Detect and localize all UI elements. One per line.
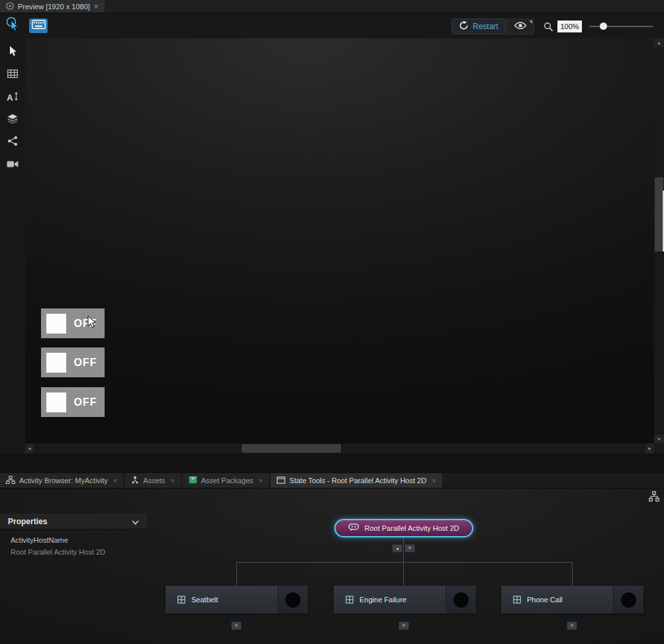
- tab-assets[interactable]: Assets ×: [125, 473, 180, 488]
- activity-icon: [346, 596, 354, 604]
- grid-icon: [7, 69, 18, 81]
- hierarchy-icon: [649, 491, 659, 504]
- toggle-indicator: [46, 353, 66, 373]
- eye-icon: [514, 21, 527, 32]
- activity-node-engine-failure[interactable]: Engine Failure: [334, 586, 476, 614]
- zoom-slider-track: [589, 26, 653, 27]
- toggle-label: OFF: [66, 357, 105, 369]
- speech-bubble-icon: [348, 522, 359, 534]
- add-child-button[interactable]: +: [404, 544, 415, 553]
- zoom-level-field[interactable]: 100%: [557, 21, 582, 32]
- close-icon[interactable]: ×: [94, 3, 99, 11]
- connector-line: [236, 562, 237, 586]
- activity-node-phone-call[interactable]: Phone Call: [501, 586, 643, 614]
- dropdown-corner-icon[interactable]: [529, 21, 532, 24]
- tab-preview[interactable]: Preview [1920 x 1080] ×: [0, 0, 105, 13]
- scroll-left-button[interactable]: ◄: [25, 443, 34, 453]
- zoom-icon: [543, 21, 553, 32]
- node-state-section: [277, 586, 308, 614]
- scroll-up-button[interactable]: ▲: [654, 38, 664, 47]
- scrollbar-corner: [654, 443, 664, 453]
- layers-tool-button[interactable]: [0, 111, 25, 128]
- node-state-section: [613, 586, 643, 614]
- text-tool-button[interactable]: A: [0, 89, 25, 106]
- toggle-indicator: [46, 314, 66, 334]
- close-icon[interactable]: ×: [432, 477, 436, 484]
- grid-tool-button[interactable]: [0, 66, 25, 83]
- scroll-right-button[interactable]: ►: [645, 443, 654, 453]
- add-state-button[interactable]: +: [567, 621, 577, 630]
- kanzi-studio-preview: Preview [1920 x 1080] ×: [0, 0, 664, 644]
- restart-icon: [459, 21, 469, 33]
- close-icon[interactable]: ×: [170, 477, 174, 484]
- preview-viewport[interactable]: OFF OFF OFF: [25, 38, 654, 443]
- state-indicator[interactable]: [621, 592, 636, 608]
- select-tool-button[interactable]: [0, 44, 25, 61]
- tab-label: Asset Packages: [201, 477, 254, 484]
- connector-line: [403, 562, 404, 586]
- state-tools-icon: [277, 477, 285, 485]
- tab-activity-browser[interactable]: Activity Browser: MyActivity ×: [0, 473, 123, 488]
- activity-icon: [177, 596, 185, 604]
- connector-line: [572, 562, 573, 586]
- preview-tab-bar: Preview [1920 x 1080] ×: [0, 0, 664, 13]
- tab-label: State Tools - Root Parallel Activity Hos…: [289, 477, 426, 484]
- close-icon[interactable]: ×: [259, 477, 263, 484]
- toggle-button-2[interactable]: OFF: [41, 347, 105, 377]
- tool-sidebar: A: [0, 38, 25, 453]
- camera-icon: [7, 159, 19, 171]
- asset-packages-icon: [189, 476, 197, 485]
- state-indicator[interactable]: [453, 592, 469, 608]
- connector-line: [403, 537, 404, 562]
- activity-node-label: Phone Call: [527, 596, 563, 604]
- state-indicator[interactable]: [285, 592, 301, 608]
- tab-state-tools[interactable]: State Tools - Root Parallel Activity Hos…: [271, 473, 442, 488]
- properties-header[interactable]: Properties: [0, 514, 147, 529]
- state-tools-panel: Properties ActivityHostName Root Paralle…: [0, 488, 664, 644]
- toggle-button-3[interactable]: OFF: [41, 387, 105, 417]
- zoom-slider[interactable]: [589, 19, 653, 34]
- root-activity-node[interactable]: Root Parallel Activity Host 2D: [334, 519, 473, 537]
- activity-node-seatbelt[interactable]: Seatbelt: [166, 586, 308, 614]
- interact-mode-button[interactable]: [3, 16, 22, 36]
- horizontal-scrollbar[interactable]: ◄ ►: [25, 443, 654, 453]
- virtual-keyboard-button[interactable]: [29, 19, 48, 33]
- activity-icon: [513, 596, 521, 604]
- assets-icon: [131, 476, 139, 485]
- add-state-button[interactable]: +: [231, 621, 242, 630]
- cursor-icon: [9, 46, 17, 60]
- collapse-button[interactable]: ◄: [392, 544, 403, 553]
- add-state-button[interactable]: +: [399, 621, 409, 630]
- activity-browser-icon: [6, 476, 15, 485]
- panel-tab-bar: Activity Browser: MyActivity × Assets ×: [0, 473, 664, 488]
- tab-asset-packages[interactable]: Asset Packages ×: [183, 473, 269, 488]
- pointer-circle-icon: [5, 16, 21, 36]
- vertical-scrollbar[interactable]: ▲ ▼: [654, 38, 664, 443]
- restart-button[interactable]: Restart: [451, 19, 506, 34]
- property-name: ActivityHostName: [11, 536, 68, 544]
- restart-label: Restart: [473, 22, 498, 31]
- panel-divider: [0, 453, 664, 473]
- toggle-label: OFF: [66, 318, 105, 330]
- chevron-down-icon[interactable]: [132, 516, 139, 528]
- flow-tool-button[interactable]: [0, 134, 25, 151]
- preview-tab-title: Preview [1920 x 1080]: [18, 3, 90, 11]
- text-arrow-icon: [14, 91, 19, 103]
- preview-toolbar: Restart 100%: [0, 13, 664, 38]
- camera-tool-button[interactable]: [0, 156, 25, 173]
- toggle-indicator: [46, 392, 66, 412]
- close-icon[interactable]: ×: [113, 477, 117, 484]
- visibility-button[interactable]: [506, 19, 534, 34]
- connector-line: [236, 562, 573, 563]
- zoom-slider-handle[interactable]: [600, 23, 607, 30]
- expand-graph-button[interactable]: [647, 491, 661, 504]
- node-state-section: [446, 586, 476, 614]
- activity-node-label: Engine Failure: [359, 596, 406, 604]
- tab-label: Assets: [143, 477, 165, 484]
- tab-label: Activity Browser: MyActivity: [19, 477, 108, 484]
- keyboard-icon: [32, 20, 46, 32]
- scroll-down-button[interactable]: ▼: [654, 435, 664, 443]
- horizontal-scrollbar-thumb[interactable]: [242, 444, 341, 453]
- properties-title: Properties: [8, 517, 132, 526]
- activity-node-label: Seatbelt: [191, 596, 218, 604]
